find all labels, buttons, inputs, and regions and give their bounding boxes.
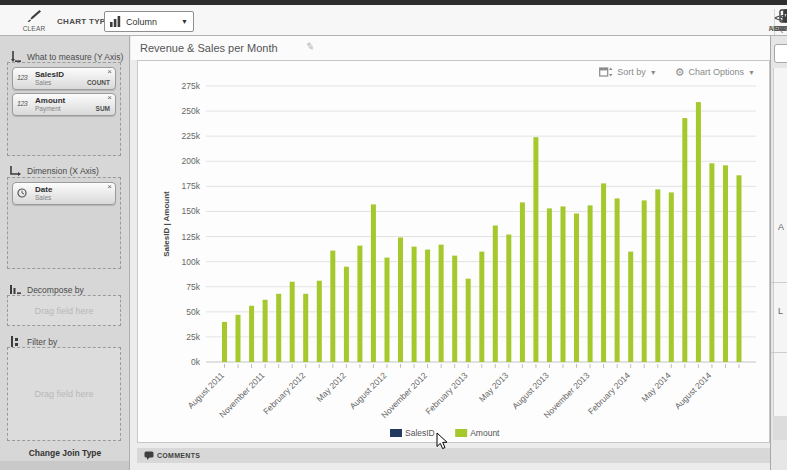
- edit-pencil-icon[interactable]: ✎: [305, 40, 315, 52]
- field-aggregation[interactable]: COUNT: [87, 79, 110, 86]
- svg-text:125k: 125k: [182, 232, 201, 242]
- svg-text:May 2012: May 2012: [314, 370, 348, 404]
- dimension-drop-zone[interactable]: × Date Sales: [7, 177, 121, 269]
- export-label: EXPORT: [768, 25, 787, 32]
- chart-plot[interactable]: 0k25k50k75k100k125k150k175k200k225k250k2…: [138, 61, 771, 444]
- chart-options-label: Chart Options: [689, 67, 745, 77]
- right-panel-search-box[interactable]: [774, 44, 787, 63]
- decompose-section-title: Decompose by: [27, 285, 84, 295]
- dimension-section-header: Dimension (X Axis): [9, 164, 99, 177]
- sort-by-label: Sort by: [617, 67, 646, 77]
- change-join-type-link[interactable]: Change Join Type: [0, 448, 130, 458]
- field-name: Amount: [35, 96, 110, 105]
- legend-item[interactable]: SalesID: [390, 428, 435, 438]
- chart-type-dropdown[interactable]: Column ▼: [104, 11, 194, 32]
- chart-options-dropdown[interactable]: ⚙ Chart Options ▼: [675, 67, 755, 77]
- sort-by-dropdown[interactable]: Sort by ▼: [599, 67, 656, 77]
- measure-section-title: What to measure (Y Axis): [27, 52, 123, 62]
- field-card-amount[interactable]: 123 × Amount Payment SUM: [12, 93, 116, 116]
- svg-text:0k: 0k: [191, 357, 201, 367]
- svg-text:25k: 25k: [186, 332, 200, 342]
- svg-text:February 2014: February 2014: [586, 370, 632, 416]
- field-table: Payment: [35, 105, 61, 112]
- export-button[interactable]: EXPORT: [768, 8, 787, 32]
- clear-label: CLEAR: [8, 25, 60, 32]
- field-table: Sales: [35, 194, 51, 201]
- right-panel-footer: [773, 416, 787, 440]
- svg-text:August 2011: August 2011: [186, 370, 227, 411]
- drop-hint: Drag field here: [34, 306, 93, 316]
- field-table: Sales: [35, 79, 51, 86]
- right-panel-item-label: A: [778, 222, 784, 232]
- measure-drop-zone[interactable]: 123 × SalesID Sales COUNT 123 × Amount P…: [7, 62, 121, 156]
- chart-panel: Sort by ▼ ⚙ Chart Options ▼ 0k25k50k75k1…: [137, 60, 770, 443]
- clock-icon: [17, 188, 27, 198]
- chevron-down-icon: ▼: [748, 69, 755, 76]
- chevron-down-icon: ▼: [650, 69, 657, 76]
- decompose-drop-zone[interactable]: Drag field here: [7, 295, 121, 326]
- svg-text:275k: 275k: [182, 81, 201, 91]
- right-panel-item-label: L: [778, 306, 783, 316]
- svg-text:May 2013: May 2013: [477, 370, 511, 404]
- close-icon[interactable]: ×: [107, 68, 112, 76]
- clear-button[interactable]: CLEAR: [8, 8, 60, 32]
- gear-icon: ⚙: [675, 67, 685, 77]
- page-title: Revenue & Sales per Month: [140, 42, 278, 54]
- export-icon: [768, 8, 787, 23]
- svg-text:August 2013: August 2013: [510, 370, 551, 411]
- sort-icon: [599, 67, 613, 77]
- chart-type-value: Column: [126, 17, 181, 27]
- number-type-icon: 123: [17, 100, 27, 107]
- svg-text:250k: 250k: [182, 106, 201, 116]
- dimension-section-title: Dimension (X Axis): [27, 166, 99, 176]
- drop-hint: Drag field here: [34, 389, 93, 399]
- chart-type-label: CHART TYPE: [57, 17, 111, 26]
- svg-text:SalesID | Amount: SalesID | Amount: [162, 191, 171, 257]
- query-builder-sidebar: What to measure (Y Axis) 123 × SalesID S…: [0, 36, 130, 470]
- right-panel-list: [773, 68, 787, 440]
- divider: [771, 352, 787, 353]
- comments-label: COMMENTS: [157, 452, 200, 459]
- svg-text:May 2014: May 2014: [639, 370, 673, 404]
- svg-text:75k: 75k: [186, 282, 200, 292]
- number-type-icon: 123: [17, 74, 27, 81]
- right-panel-partial: A L: [770, 36, 787, 470]
- close-icon[interactable]: ×: [107, 183, 112, 191]
- chevron-down-icon: ▼: [181, 18, 188, 25]
- svg-text:50k: 50k: [186, 307, 200, 317]
- comment-bubble-icon: [144, 451, 154, 460]
- svg-text:February 2012: February 2012: [261, 370, 307, 416]
- field-card-salesid[interactable]: 123 × SalesID Sales COUNT: [12, 67, 116, 90]
- toolbar: CLEAR CHART TYPE Column ▼ f(x) NEW METRI…: [0, 5, 787, 36]
- svg-text:August 2014: August 2014: [673, 370, 714, 411]
- field-name: SalesID: [35, 70, 110, 79]
- close-icon[interactable]: ×: [107, 94, 112, 102]
- filter-section-title: Filter by: [27, 337, 57, 347]
- filter-drop-zone[interactable]: Drag field here: [7, 347, 121, 441]
- svg-text:February 2013: February 2013: [423, 370, 469, 416]
- title-row: Revenue & Sales per Month ✎: [131, 36, 770, 60]
- svg-text:200k: 200k: [182, 156, 201, 166]
- column-chart-icon: [110, 16, 121, 27]
- svg-text:August 2012: August 2012: [348, 370, 389, 411]
- field-name: Date: [35, 185, 110, 194]
- svg-text:225k: 225k: [182, 131, 201, 141]
- legend-item[interactable]: Amount: [455, 428, 500, 438]
- svg-text:150k: 150k: [182, 206, 201, 216]
- field-card-date[interactable]: × Date Sales: [12, 182, 116, 205]
- sidebar-footer: [0, 461, 129, 470]
- x-axis-icon: [9, 164, 22, 177]
- svg-text:SalesID: SalesID: [405, 428, 435, 438]
- field-aggregation[interactable]: SUM: [96, 105, 110, 112]
- svg-text:Amount: Amount: [470, 428, 500, 438]
- comments-bar[interactable]: COMMENTS: [137, 448, 770, 463]
- divider: [771, 282, 787, 283]
- brush-icon: [8, 8, 60, 23]
- svg-text:175k: 175k: [182, 181, 201, 191]
- svg-text:100k: 100k: [182, 257, 201, 267]
